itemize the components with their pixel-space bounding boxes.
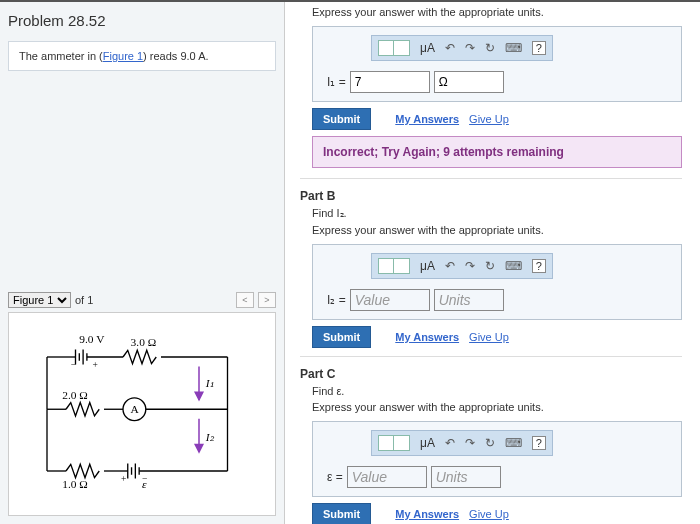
separator xyxy=(300,178,682,179)
figure-prev-button[interactable]: < xyxy=(236,292,254,308)
keyboard-icon[interactable]: ⌨ xyxy=(505,436,522,450)
partb-value-input[interactable]: Value xyxy=(350,289,430,311)
template-icon[interactable] xyxy=(378,40,394,56)
units-button[interactable]: μA xyxy=(420,41,435,55)
partc-header: Part C xyxy=(300,367,682,381)
partb-unit-input[interactable]: Units xyxy=(434,289,504,311)
figure-next-button[interactable]: > xyxy=(258,292,276,308)
reset-icon[interactable]: ↻ xyxy=(485,436,495,450)
partc-submit-row: Submit My Answers Give Up xyxy=(312,503,682,524)
undo-icon[interactable]: ↶ xyxy=(445,436,455,450)
redo-icon[interactable]: ↷ xyxy=(465,41,475,55)
redo-icon[interactable]: ↷ xyxy=(465,436,475,450)
problem-title: Problem 28.52 xyxy=(8,12,276,29)
circuit-diagram: 9.0 V 3.0 Ω 2.0 Ω 1.0 Ω A I₁ I₂ ε −+ +− xyxy=(15,319,269,509)
partb-find: Find I₂. xyxy=(312,207,682,220)
partc-instruct: Express your answer with the appropriate… xyxy=(312,401,682,413)
partb-header: Part B xyxy=(300,189,682,203)
label-ammeter: A xyxy=(131,403,140,415)
parta-instruct: Express your answer with the appropriate… xyxy=(312,6,682,18)
parta-submit-row: Submit My Answers Give Up xyxy=(312,108,682,130)
prompt-post: ) reads 9.0 A. xyxy=(143,50,208,62)
parta-unit-input[interactable] xyxy=(434,71,504,93)
template-icon[interactable] xyxy=(378,435,394,451)
svg-text:−: − xyxy=(71,360,76,370)
figure-link[interactable]: Figure 1 xyxy=(103,50,143,62)
parta-feedback: Incorrect; Try Again; 9 attempts remaini… xyxy=(312,136,682,168)
keyboard-icon[interactable]: ⌨ xyxy=(505,41,522,55)
help-icon[interactable]: ? xyxy=(532,41,546,55)
partb-myanswers-link[interactable]: My Answers xyxy=(395,331,459,343)
partc-find: Find ε. xyxy=(312,385,682,397)
prompt-pre: The ammeter in ( xyxy=(19,50,103,62)
parta-value-input[interactable] xyxy=(350,71,430,93)
partb-submit-row: Submit My Answers Give Up xyxy=(312,326,682,348)
partc-input-row: ε = Value Units xyxy=(323,466,671,488)
help-icon[interactable]: ? xyxy=(532,259,546,273)
undo-icon[interactable]: ↶ xyxy=(445,259,455,273)
undo-icon[interactable]: ↶ xyxy=(445,41,455,55)
reset-icon[interactable]: ↻ xyxy=(485,41,495,55)
label-r-bot: 1.0 Ω xyxy=(62,478,88,490)
figure-panel: 9.0 V 3.0 Ω 2.0 Ω 1.0 Ω A I₁ I₂ ε −+ +− xyxy=(8,312,276,516)
units-button[interactable]: μA xyxy=(420,436,435,450)
problem-prompt: The ammeter in (Figure 1) reads 9.0 A. xyxy=(8,41,276,71)
units-button[interactable]: μA xyxy=(420,259,435,273)
svg-text:−: − xyxy=(142,474,147,484)
partc-toolbar: μA ↶ ↷ ↻ ⌨ ? xyxy=(371,430,553,456)
partc-unit-input[interactable]: Units xyxy=(431,466,501,488)
reset-icon[interactable]: ↻ xyxy=(485,259,495,273)
redo-icon[interactable]: ↷ xyxy=(465,259,475,273)
partc-submit-button[interactable]: Submit xyxy=(312,503,371,524)
partc-var: ε = xyxy=(327,470,343,484)
partb-submit-button[interactable]: Submit xyxy=(312,326,371,348)
partc-value-input[interactable]: Value xyxy=(347,466,427,488)
label-r-mid: 2.0 Ω xyxy=(62,389,88,401)
figure-toolbar: Figure 1 of 1 < > xyxy=(8,292,276,308)
svg-text:+: + xyxy=(121,474,126,484)
symbol-icon[interactable] xyxy=(394,258,410,274)
symbol-icon[interactable] xyxy=(394,40,410,56)
parta-answer-box: μA ↶ ↷ ↻ ⌨ ? I₁ = xyxy=(312,26,682,102)
partb-toolbar: μA ↶ ↷ ↻ ⌨ ? xyxy=(371,253,553,279)
partc-answer-box: μA ↶ ↷ ↻ ⌨ ? ε = Value Units xyxy=(312,421,682,497)
symbol-icon[interactable] xyxy=(394,435,410,451)
label-voltage: 9.0 V xyxy=(79,333,105,345)
svg-text:+: + xyxy=(93,360,98,370)
partb-instruct: Express your answer with the appropriate… xyxy=(312,224,682,236)
parta-input-row: I₁ = xyxy=(323,71,671,93)
partb-giveup-link[interactable]: Give Up xyxy=(469,331,509,343)
right-pane: Express your answer with the appropriate… xyxy=(285,2,700,524)
partb-input-row: I₂ = Value Units xyxy=(323,289,671,311)
label-r-top: 3.0 Ω xyxy=(131,336,157,348)
figure-count: of 1 xyxy=(75,294,93,306)
parta-var: I₁ = xyxy=(327,75,346,89)
label-i2: I₂ xyxy=(205,431,215,443)
label-i1: I₁ xyxy=(205,377,214,389)
help-icon[interactable]: ? xyxy=(532,436,546,450)
template-icon[interactable] xyxy=(378,258,394,274)
partc-giveup-link[interactable]: Give Up xyxy=(469,508,509,520)
parta-giveup-link[interactable]: Give Up xyxy=(469,113,509,125)
keyboard-icon[interactable]: ⌨ xyxy=(505,259,522,273)
figure-select[interactable]: Figure 1 xyxy=(8,292,71,308)
partb-answer-box: μA ↶ ↷ ↻ ⌨ ? I₂ = Value Units xyxy=(312,244,682,320)
separator xyxy=(300,356,682,357)
left-pane: Problem 28.52 The ammeter in (Figure 1) … xyxy=(0,2,285,524)
parta-myanswers-link[interactable]: My Answers xyxy=(395,113,459,125)
parta-toolbar: μA ↶ ↷ ↻ ⌨ ? xyxy=(371,35,553,61)
partb-var: I₂ = xyxy=(327,293,346,307)
parta-submit-button[interactable]: Submit xyxy=(312,108,371,130)
partc-myanswers-link[interactable]: My Answers xyxy=(395,508,459,520)
